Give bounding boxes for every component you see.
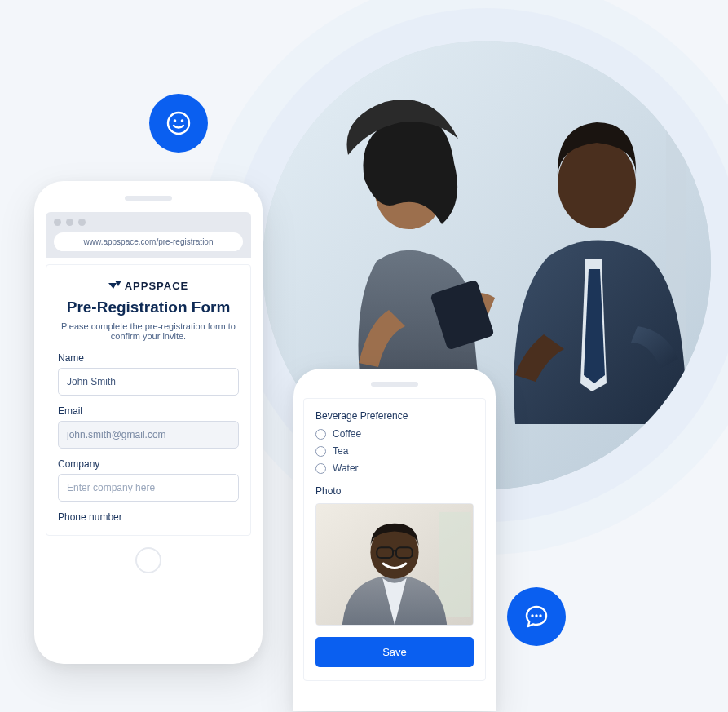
radio-option-tea[interactable]: Tea	[315, 445, 474, 457]
preferences-card: Beverage Preference Coffee Tea Water Pho…	[303, 398, 486, 681]
address-bar[interactable]: www.appspace.com/pre-registration	[54, 232, 243, 251]
save-button[interactable]: Save	[315, 637, 474, 667]
radio-label: Water	[333, 462, 359, 474]
email-field[interactable]	[58, 421, 239, 449]
svg-point-7	[181, 119, 184, 122]
radio-label: Tea	[333, 445, 348, 457]
phone-mockup-preferences: Beverage Preference Coffee Tea Water Pho…	[293, 369, 496, 711]
brand-name: APPSPACE	[125, 280, 189, 292]
company-label: Company	[58, 458, 239, 470]
name-label: Name	[58, 352, 239, 364]
phone-speaker	[371, 382, 418, 387]
phone-home-button[interactable]	[135, 547, 161, 573]
registration-card: APPSPACE Pre-Registration Form Please co…	[46, 264, 251, 536]
phone-mockup-registration: www.appspace.com/pre-registration APPSPA…	[34, 181, 263, 664]
svg-point-6	[174, 119, 177, 122]
svg-rect-9	[439, 512, 470, 617]
svg-point-14	[531, 614, 533, 617]
svg-rect-1	[666, 65, 686, 489]
radio-icon	[315, 429, 326, 440]
form-title: Pre-Registration Form	[58, 299, 239, 316]
svg-point-15	[535, 614, 537, 617]
beverage-label: Beverage Preference	[315, 410, 474, 422]
radio-option-coffee[interactable]: Coffee	[315, 428, 474, 440]
browser-chrome: www.appspace.com/pre-registration	[46, 212, 251, 258]
browser-traffic-lights	[54, 219, 243, 226]
svg-point-16	[539, 614, 541, 617]
brand-mark-icon	[108, 281, 121, 292]
name-field[interactable]	[58, 368, 239, 396]
photo-label: Photo	[315, 485, 474, 497]
photo-preview[interactable]	[315, 503, 474, 626]
email-label: Email	[58, 405, 239, 417]
radio-icon	[315, 446, 326, 457]
phone-speaker	[125, 196, 172, 201]
phone-label: Phone number	[58, 511, 239, 523]
form-subtitle: Please complete the pre-registration for…	[58, 321, 239, 341]
radio-label: Coffee	[333, 428, 361, 440]
chat-icon[interactable]	[507, 587, 566, 646]
smile-icon	[149, 94, 208, 153]
svg-point-5	[168, 113, 189, 134]
radio-option-water[interactable]: Water	[315, 462, 474, 474]
radio-icon	[315, 463, 326, 474]
brand-logo: APPSPACE	[58, 280, 239, 292]
company-field[interactable]	[58, 474, 239, 502]
